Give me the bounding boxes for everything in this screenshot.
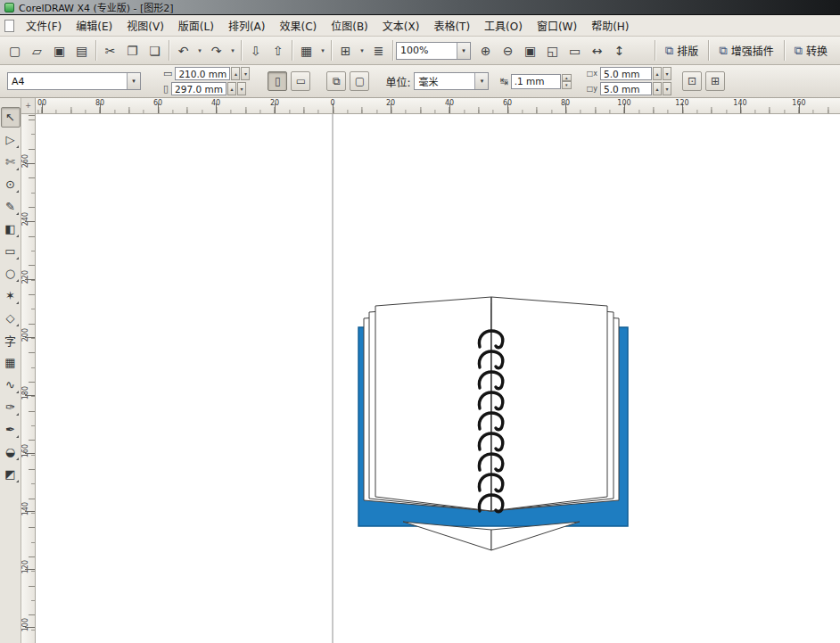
import-button[interactable]: ⇩: [244, 39, 267, 62]
menu-item[interactable]: 效果(C): [272, 15, 324, 36]
zoom-to-page-button[interactable]: ▭: [564, 39, 586, 62]
outline-pen-tool[interactable]: ✒: [1, 419, 21, 440]
nudge-spinner[interactable]: ▴ ▾: [562, 74, 572, 89]
ruler-label: 0: [330, 99, 334, 107]
new-document-button[interactable]: ▢: [4, 39, 26, 62]
table-tool[interactable]: ▦: [1, 352, 21, 373]
text-tool[interactable]: 字: [1, 330, 21, 350]
spin-down-icon[interactable]: ▾: [241, 67, 250, 80]
menu-item[interactable]: 表格(T): [426, 15, 477, 36]
chevron-down-icon[interactable]: ▾: [474, 73, 488, 89]
current-page-button[interactable]: ▢: [350, 71, 369, 91]
menu-item[interactable]: 版面(L): [171, 15, 221, 36]
menu-item[interactable]: 视图(V): [119, 15, 171, 36]
shape-tool[interactable]: ▷: [1, 129, 21, 150]
drawing-canvas[interactable]: [36, 114, 840, 643]
spin-down-icon[interactable]: ▾: [237, 82, 246, 95]
notebook-object[interactable]: [358, 297, 628, 550]
application-launcher-button[interactable]: ▦: [295, 39, 317, 62]
all-pages-button[interactable]: ⧉: [326, 71, 346, 91]
paper-type-combo[interactable]: A4 ▾: [7, 72, 141, 90]
snap-to-button[interactable]: ⊞: [334, 39, 357, 62]
zoom-to-selected-button[interactable]: ▣: [519, 39, 541, 62]
interactive-blend-tool[interactable]: ∿: [1, 375, 21, 395]
spin-up-icon[interactable]: ▴: [227, 82, 236, 95]
menu-item[interactable]: 文件(F): [19, 15, 69, 36]
open-document-button[interactable]: ▱: [26, 39, 48, 62]
ellipse-tool[interactable]: ○: [1, 263, 21, 284]
zoom-to-all-button[interactable]: ◱: [541, 39, 564, 62]
spin-down-icon[interactable]: ▾: [562, 81, 572, 89]
typeset-plugin-button[interactable]: ⧉排版: [658, 40, 705, 62]
spin-down-icon[interactable]: ▾: [663, 67, 671, 80]
options-button[interactable]: ≣: [367, 39, 390, 62]
right-page-front[interactable]: [491, 297, 607, 511]
zoom-in-button[interactable]: ⊕: [474, 39, 497, 62]
polygon-tool[interactable]: ✶: [1, 285, 21, 306]
zoom-level-combo[interactable]: 100% ▾: [396, 42, 471, 60]
spin-up-icon[interactable]: ▴: [231, 67, 240, 80]
zoom-out-button[interactable]: ⊖: [497, 39, 519, 62]
enhanced-plugins-button[interactable]: ⧉增强插件: [712, 40, 780, 62]
toolbar-button-groups: ▢▱▣▤✂❐❏↶▾↷▾⇩⇧▦▾⊞▾≣: [4, 39, 396, 62]
paste-button[interactable]: ❏: [144, 39, 166, 62]
menu-item[interactable]: 帮助(H): [584, 15, 636, 36]
application-launcher-dropdown-button[interactable]: ▾: [317, 39, 328, 62]
horizontal-ruler[interactable]: 0080604020020406080100120140160: [36, 98, 840, 114]
left-page-front[interactable]: [375, 297, 491, 511]
redo-button[interactable]: ↷: [205, 39, 227, 62]
eyedropper-tool[interactable]: ✑: [1, 397, 21, 417]
basic-shapes-tool[interactable]: ◇: [1, 308, 21, 328]
menu-item[interactable]: 位图(B): [324, 15, 375, 36]
spin-up-icon[interactable]: ▴: [653, 82, 662, 95]
paper-width-field[interactable]: 210.0 mm: [175, 67, 230, 80]
menu-item[interactable]: 工具(O): [477, 15, 530, 36]
pick-tool[interactable]: ↖: [1, 107, 21, 128]
redo-dropdown-button[interactable]: ▾: [227, 39, 238, 62]
spin-down-icon[interactable]: ▾: [663, 82, 671, 95]
portrait-button[interactable]: ▯: [268, 71, 287, 91]
convert-plugin-button[interactable]: ⧉转换: [787, 40, 835, 62]
menu-item[interactable]: 窗口(W): [530, 15, 584, 36]
export-button[interactable]: ⇧: [267, 39, 289, 62]
undo-button[interactable]: ↶: [172, 39, 194, 62]
menu-item[interactable]: 文本(X): [375, 15, 427, 36]
menu-item[interactable]: 编辑(E): [69, 15, 119, 36]
landscape-button[interactable]: ▭: [291, 71, 310, 91]
rectangle-tool[interactable]: ▭: [1, 241, 21, 261]
fill-tool[interactable]: ◒: [1, 441, 21, 462]
copy-button[interactable]: ❐: [121, 39, 144, 62]
freehand-tool[interactable]: ✎: [1, 196, 21, 217]
zoom-tool[interactable]: ⊙: [1, 174, 21, 194]
print-button[interactable]: ▤: [70, 39, 93, 62]
snap-to-dropdown-button[interactable]: ▾: [357, 39, 367, 62]
basic-shapes-tool-flyout-indicator: [16, 324, 19, 326]
duplicate-x-field[interactable]: 5.0 mm: [600, 67, 652, 80]
toolbar-separator: [169, 40, 169, 61]
smart-fill-tool[interactable]: ◧: [1, 218, 21, 239]
vertical-ruler[interactable]: 260240220200180160140120100: [21, 114, 36, 643]
zoom-to-page-width-button[interactable]: ↔: [586, 39, 608, 62]
rectangle-tool-flyout-indicator: [16, 257, 19, 260]
chevron-down-icon[interactable]: ▾: [127, 73, 140, 89]
document-window-icon[interactable]: [4, 20, 14, 32]
undo-dropdown-button[interactable]: ▾: [194, 39, 205, 62]
treat-as-filled-icon: ⊡: [688, 75, 696, 87]
treat-as-filled-button[interactable]: ⊡: [682, 71, 702, 91]
chevron-down-icon[interactable]: ▾: [457, 43, 470, 59]
interactive-fill-tool[interactable]: ◩: [1, 464, 21, 484]
spin-up-icon[interactable]: ▴: [562, 74, 572, 82]
duplicate-y-field[interactable]: 5.0 mm: [600, 82, 652, 95]
spin-up-icon[interactable]: ▴: [653, 67, 662, 80]
ruler-origin[interactable]: +: [21, 98, 36, 114]
ruler-label: 20: [386, 99, 395, 107]
units-combo[interactable]: 毫米 ▾: [414, 72, 489, 90]
snap-options-button[interactable]: ⊞: [705, 71, 725, 91]
crop-tool[interactable]: ✄: [1, 152, 21, 172]
menu-item[interactable]: 排列(A): [221, 15, 273, 36]
cut-button[interactable]: ✂: [99, 39, 121, 62]
zoom-to-page-height-button[interactable]: ↕: [608, 39, 630, 62]
save-document-button[interactable]: ▣: [48, 39, 70, 62]
nudge-offset-field[interactable]: .1 mm: [511, 74, 561, 89]
paper-height-field[interactable]: 297.0 mm: [171, 82, 226, 95]
